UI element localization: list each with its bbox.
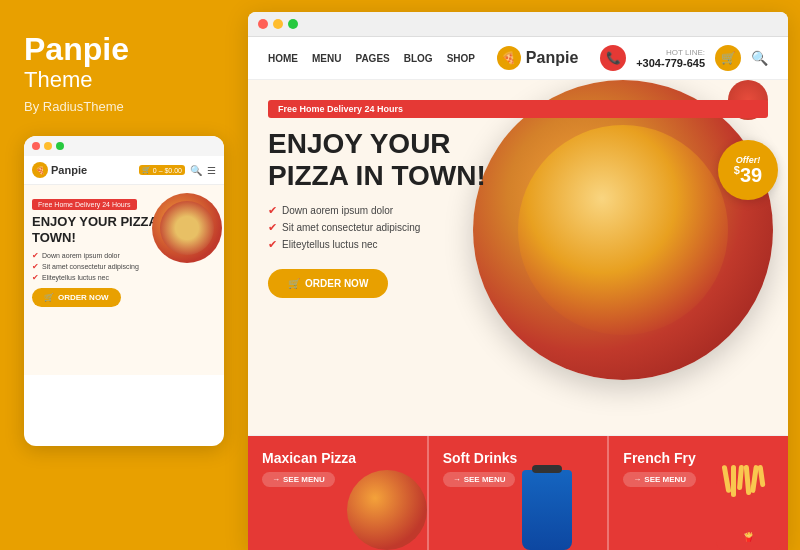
offer-price: $39 bbox=[734, 165, 762, 185]
hero-feature-2: ✔ Sit amet consectetur adipiscing bbox=[268, 221, 768, 234]
hero-order-button[interactable]: 🛒 ORDER NOW bbox=[268, 269, 388, 298]
hotline-label: HOT LINE: bbox=[666, 48, 705, 57]
mobile-menu-icon[interactable]: ☰ bbox=[207, 165, 216, 176]
mobile-dot-red bbox=[32, 142, 40, 150]
mobile-logo-icon: 🍕 bbox=[32, 162, 48, 178]
hero-left: Free Home Delivery 24 Hours ENJOY YOUR P… bbox=[248, 80, 788, 435]
site-logo-icon: 🍕 bbox=[497, 46, 521, 70]
mobile-feature-3: ✔ Eliteytellus luctus nec bbox=[32, 273, 216, 282]
nav-pages[interactable]: PAGES bbox=[355, 53, 389, 64]
category-title-fry: French Fry bbox=[623, 450, 695, 466]
mobile-nav-right: 🛒 0 – $0.00 🔍 ☰ bbox=[139, 165, 216, 176]
mobile-logo-text: Panpie bbox=[51, 164, 87, 176]
category-card-drinks: Soft Drinks → SEE MENU bbox=[429, 436, 610, 550]
check-icon: ✔ bbox=[268, 204, 277, 217]
see-menu-drinks-button[interactable]: → SEE MENU bbox=[443, 472, 516, 487]
category-card-pizza: Maxican Pizza → SEE MENU bbox=[248, 436, 429, 550]
offer-badge: Offer! $39 bbox=[718, 140, 778, 200]
site-nav-right: 📞 HOT LINE: +304-779-645 🛒 🔍 bbox=[600, 45, 768, 71]
hotline: HOT LINE: +304-779-645 bbox=[636, 48, 705, 69]
hotline-number: +304-779-645 bbox=[636, 57, 705, 69]
fry-card-image: 🍟 bbox=[708, 470, 788, 550]
mobile-dot-yellow bbox=[44, 142, 52, 150]
category-title-drinks: Soft Drinks bbox=[443, 450, 518, 466]
mobile-hero: Free Home Delivery 24 Hours ENJOY YOUR P… bbox=[24, 185, 224, 375]
brand-by: By RadiusTheme bbox=[24, 99, 124, 114]
hero-title: ENJOY YOUR PIZZA IN TOWN! bbox=[268, 128, 768, 192]
mobile-pizza-image bbox=[152, 193, 222, 263]
mobile-cart-badge[interactable]: 🛒 0 – $0.00 bbox=[139, 165, 185, 175]
drinks-card-image bbox=[507, 470, 587, 550]
hero-delivery-badge: Free Home Delivery 24 Hours bbox=[268, 100, 768, 118]
browser-dot-yellow bbox=[273, 19, 283, 29]
browser-mockup: HOME MENU PAGES BLOG SHOP 🍕 Panpie 📞 HOT… bbox=[248, 12, 788, 550]
offer-dollar: $ bbox=[734, 164, 740, 176]
mobile-titlebar bbox=[24, 136, 224, 156]
browser-dot-red bbox=[258, 19, 268, 29]
category-card-fry: French Fry → SEE MENU bbox=[609, 436, 788, 550]
site-logo-text: Panpie bbox=[526, 49, 578, 67]
pizza-card-image bbox=[347, 470, 427, 550]
mobile-search-icon[interactable]: 🔍 bbox=[190, 165, 202, 176]
category-title-pizza: Maxican Pizza bbox=[262, 450, 356, 466]
mobile-dot-green bbox=[56, 142, 64, 150]
browser-dot-green bbox=[288, 19, 298, 29]
check-icon: ✔ bbox=[268, 221, 277, 234]
site-logo: 🍕 Panpie bbox=[497, 46, 578, 70]
site-nav-links: HOME MENU PAGES BLOG SHOP bbox=[268, 53, 475, 64]
nav-blog[interactable]: BLOG bbox=[404, 53, 433, 64]
nav-shop[interactable]: SHOP bbox=[447, 53, 475, 64]
mobile-mockup: 🍕 Panpie 🛒 0 – $0.00 🔍 ☰ Free Home Deliv… bbox=[24, 136, 224, 446]
brand-subtitle: Theme bbox=[24, 67, 92, 93]
phone-icon: 📞 bbox=[600, 45, 626, 71]
check-icon: ✔ bbox=[268, 238, 277, 251]
mobile-logo: 🍕 Panpie bbox=[32, 162, 87, 178]
fry-logo: 🍟 bbox=[743, 532, 754, 542]
see-menu-fry-button[interactable]: → SEE MENU bbox=[623, 472, 696, 487]
browser-content: HOME MENU PAGES BLOG SHOP 🍕 Panpie 📞 HOT… bbox=[248, 37, 788, 550]
site-nav: HOME MENU PAGES BLOG SHOP 🍕 Panpie 📞 HOT… bbox=[248, 37, 788, 80]
left-panel: Panpie Theme By RadiusTheme 🍕 Panpie 🛒 0… bbox=[0, 0, 248, 550]
see-menu-pizza-button[interactable]: → SEE MENU bbox=[262, 472, 335, 487]
search-icon[interactable]: 🔍 bbox=[751, 50, 768, 66]
cart-icon[interactable]: 🛒 bbox=[715, 45, 741, 71]
mobile-order-button[interactable]: 🛒 ORDER NOW bbox=[32, 288, 121, 307]
hero-section: Free Home Delivery 24 Hours ENJOY YOUR P… bbox=[248, 80, 788, 435]
mobile-nav: 🍕 Panpie 🛒 0 – $0.00 🔍 ☰ bbox=[24, 156, 224, 185]
category-section: Maxican Pizza → SEE MENU Soft Drinks → S… bbox=[248, 435, 788, 550]
nav-menu[interactable]: MENU bbox=[312, 53, 341, 64]
check-icon: ✔ bbox=[32, 251, 39, 260]
browser-titlebar bbox=[248, 12, 788, 37]
cart-icon: 🛒 bbox=[288, 278, 300, 289]
hero-feature-1: ✔ Down aorem ipsum dolor bbox=[268, 204, 768, 217]
cart-icon: 🛒 bbox=[44, 293, 54, 302]
check-icon: ✔ bbox=[32, 273, 39, 282]
mobile-feature-2: ✔ Sit amet consectetur adipiscing bbox=[32, 262, 216, 271]
mobile-delivery-badge: Free Home Delivery 24 Hours bbox=[32, 199, 137, 210]
hero-feature-3: ✔ Eliteytellus luctus nec bbox=[268, 238, 768, 251]
brand-title: Panpie bbox=[24, 32, 129, 67]
hero-features: ✔ Down aorem ipsum dolor ✔ Sit amet cons… bbox=[268, 204, 768, 255]
nav-home[interactable]: HOME bbox=[268, 53, 298, 64]
check-icon: ✔ bbox=[32, 262, 39, 271]
